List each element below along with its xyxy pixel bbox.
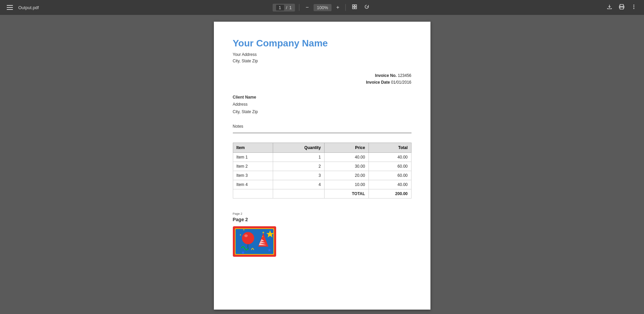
download-button[interactable]	[605, 3, 614, 12]
table-row: Item 3 3 20.00 60.00	[233, 171, 411, 180]
notes-label: Notes	[233, 124, 243, 129]
cell-qty-3: 4	[273, 180, 325, 189]
page-number-input[interactable]	[276, 5, 284, 11]
cell-total-3: 40.00	[369, 180, 411, 189]
invoice-number-line: Invoice No. 123456	[233, 72, 412, 79]
svg-point-8	[634, 8, 635, 9]
cell-qty-0: 1	[273, 152, 325, 162]
invoice-meta: Invoice No. 123456 Invoice Date 01/01/20…	[233, 72, 412, 85]
cell-price-1: 30.00	[325, 162, 369, 171]
cell-item-3: Item 4	[233, 180, 273, 189]
col-header-item: Item	[233, 143, 273, 152]
cell-qty-1: 2	[273, 162, 325, 171]
section-divider	[233, 133, 412, 133]
invoice-table: Item Quantity Price Total Item 1 1 40.00…	[233, 143, 412, 198]
company-address: Your Address City, State Zip	[233, 51, 412, 64]
page-control: / 1	[272, 4, 295, 12]
filename-label: Output.pdf	[18, 5, 39, 10]
zoom-out-button[interactable]: −	[304, 4, 311, 11]
svg-rect-1	[355, 5, 357, 6]
svg-rect-0	[353, 5, 354, 6]
zoom-in-button[interactable]: +	[334, 4, 341, 11]
menu-icon[interactable]	[5, 4, 14, 11]
svg-rect-3	[355, 7, 357, 9]
zoom-value-display: 100%	[313, 4, 331, 11]
pdf-page: Your Company Name Your Address City, Sta…	[214, 22, 430, 310]
toolbar-right	[605, 3, 639, 12]
table-row: Item 4 4 10.00 40.00	[233, 180, 411, 189]
total-row: TOTAL 200.00	[233, 189, 411, 198]
notes-section: Notes	[233, 124, 412, 129]
cell-total-0: 40.00	[369, 152, 411, 162]
total-empty-2	[273, 189, 325, 198]
svg-point-7	[634, 6, 635, 7]
svg-rect-11	[236, 229, 273, 254]
divider-1	[299, 4, 299, 11]
divider-2	[346, 4, 346, 11]
invoice-date-line: Invoice Date 01/01/2016	[233, 79, 412, 86]
svg-rect-4	[620, 4, 623, 6]
total-value: 200.00	[369, 189, 411, 198]
svg-point-6	[634, 5, 635, 6]
total-label: TOTAL	[325, 189, 369, 198]
svg-point-20	[244, 234, 248, 237]
page2-title: Page 2	[233, 217, 412, 222]
print-button[interactable]	[617, 3, 626, 12]
svg-rect-5	[620, 7, 623, 9]
total-empty-1	[233, 189, 273, 198]
company-name: Your Company Name	[233, 38, 412, 49]
client-address: Address	[233, 101, 412, 108]
more-options-button[interactable]	[629, 3, 639, 12]
client-city: City, State Zip	[233, 108, 412, 116]
col-header-total: Total	[369, 143, 411, 152]
page2-note: Page 2	[233, 212, 412, 215]
client-info: Client Name Address City, State Zip	[233, 94, 412, 116]
table-row: Item 2 2 30.00 60.00	[233, 162, 411, 171]
main-content: Your Company Name Your Address City, Sta…	[0, 15, 644, 314]
svg-rect-2	[353, 7, 354, 9]
page-total: 1	[289, 5, 292, 10]
company-address-line1: Your Address	[233, 51, 412, 58]
cell-qty-2: 3	[273, 171, 325, 180]
page2-section: Page 2 Page 2	[233, 212, 412, 257]
table-row: Item 1 1 40.00 40.00	[233, 152, 411, 162]
col-header-price: Price	[325, 143, 369, 152]
client-name: Client Name	[233, 94, 412, 101]
festive-image	[233, 226, 276, 257]
cell-price-2: 20.00	[325, 171, 369, 180]
toolbar-center: / 1 − 100% +	[272, 3, 372, 12]
col-header-quantity: Quantity	[273, 143, 325, 152]
rotate-button[interactable]	[362, 3, 372, 12]
cell-item-1: Item 2	[233, 162, 273, 171]
cell-total-2: 60.00	[369, 171, 411, 180]
svg-point-19	[242, 232, 254, 244]
cell-price-0: 40.00	[325, 152, 369, 162]
cell-item-2: Item 3	[233, 171, 273, 180]
cell-total-1: 60.00	[369, 162, 411, 171]
cell-item-0: Item 1	[233, 152, 273, 162]
toolbar: Output.pdf / 1 − 100% +	[0, 0, 644, 15]
cell-price-3: 10.00	[325, 180, 369, 189]
fit-page-button[interactable]	[350, 3, 359, 12]
page-separator: /	[286, 5, 287, 10]
table-header-row: Item Quantity Price Total	[233, 143, 411, 152]
company-address-line2: City, State Zip	[233, 58, 412, 64]
